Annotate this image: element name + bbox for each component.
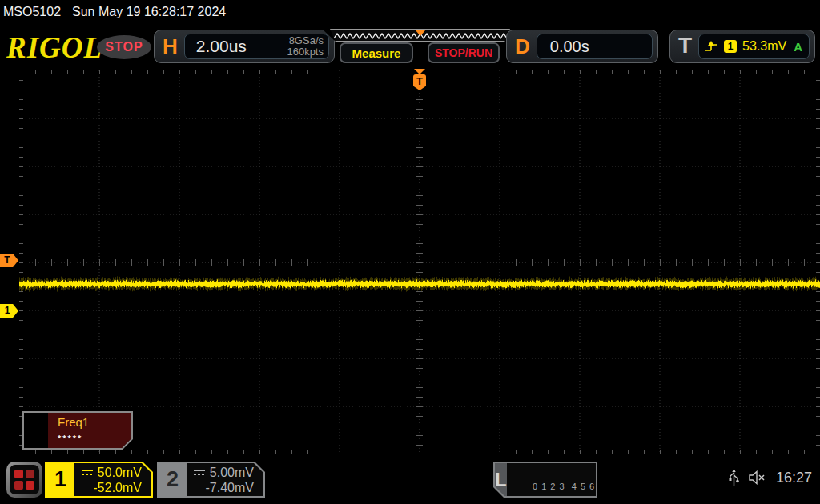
delay-value: 0.00s [550, 38, 589, 56]
rigol-logo: RIGOL [6, 30, 102, 65]
trigger-panel[interactable]: T 1 53.3mV A [669, 30, 815, 63]
model-label: MSO5102 [3, 5, 61, 19]
measurement-content: Freq1 ***** [48, 413, 131, 448]
logic-label: L [495, 463, 507, 496]
horizontal-panel[interactable]: H 2.00us 8GSa/s 160kpts [154, 30, 335, 63]
graticule-screen [19, 70, 820, 454]
channel1-ground-marker[interactable]: 1 [0, 304, 18, 318]
channel1-offset: -52.0mV [79, 480, 142, 495]
channel1-body: 1 50.0mV -52.0mV [46, 463, 151, 496]
logic-channels-panel[interactable]: L 0 1 2 3 4 5 6 7 8 9 10 11 12 13 14 15 [493, 462, 597, 498]
channel1-trace [19, 70, 820, 454]
speaker-muted-icon [749, 470, 766, 485]
channel1-scale: 50.0mV [98, 466, 142, 480]
channel-overview-button[interactable] [6, 462, 42, 498]
trigger-level-value: 53.3mV [742, 39, 788, 54]
grid-square [26, 481, 34, 490]
grid-square [14, 481, 23, 490]
channel2-scale: 5.00mV [210, 466, 254, 480]
delay-panel[interactable]: D 0.00s [506, 30, 658, 63]
dc-coupling-icon [81, 468, 94, 477]
channel1-scale-row: 50.0mV [79, 465, 142, 480]
logic-row1: 0 1 2 3 4 5 6 7 [533, 482, 604, 491]
memory-depth-indicator [330, 29, 510, 42]
channel2-content: 5.00mV -7.40mV [187, 463, 263, 496]
top-status-bar: MSO5102 Sun May 19 16:28:17 2024 [0, 0, 820, 24]
trigger-level-marker[interactable]: T [0, 254, 18, 267]
measurement-value: ***** [58, 434, 131, 443]
measurement-inner: Freq1 ***** [24, 413, 131, 448]
dc-coupling-icon [193, 468, 206, 477]
memory-position-marker [416, 30, 425, 36]
timebase-valuebox: 2.00us 8GSa/s 160kpts [184, 34, 329, 59]
measure-button[interactable]: Measure [340, 42, 413, 63]
trigger-position-marker[interactable]: T [413, 69, 426, 90]
rising-edge-icon [704, 40, 718, 53]
channel2-number: 2 [159, 463, 187, 496]
measurement-result-box[interactable]: Freq1 ***** [22, 411, 133, 450]
measurement-name: Freq1 [58, 415, 131, 429]
logic-body: L 0 1 2 3 4 5 6 7 8 9 10 11 12 13 14 15 [495, 463, 596, 496]
grid-square [26, 470, 34, 478]
datetime-label: Sun May 19 16:28:17 2024 [72, 5, 226, 19]
channel2-scale-row: 5.00mV [191, 465, 254, 480]
horizontal-label: H [155, 34, 184, 59]
channel1-number: 1 [46, 463, 74, 496]
channel1-content: 50.0mV -52.0mV [74, 463, 151, 496]
channel1-status-panel[interactable]: 1 50.0mV -52.0mV [45, 462, 153, 498]
sample-rate-value: 8GSa/s 160kpts [287, 35, 324, 58]
trigger-source-badge: 1 [724, 40, 737, 53]
grid-square [14, 470, 23, 478]
trigger-valuebox: 1 53.3mV A [698, 34, 810, 59]
trigger-label: T [670, 33, 698, 60]
delay-label: D [507, 34, 537, 59]
usb-icon [729, 469, 739, 486]
acquisition-status-badge: STOP [97, 35, 151, 59]
sample-rate: 8GSa/s [289, 34, 324, 46]
clock-label: 16:27 [776, 470, 812, 486]
channel2-status-panel[interactable]: 2 5.00mV -7.40mV [157, 462, 265, 498]
delay-valuebox: 0.00s [537, 34, 653, 59]
system-status-area: 16:27 [729, 469, 812, 486]
trigger-mode-badge: A [794, 40, 804, 54]
stop-run-button[interactable]: STOP/RUN [428, 42, 500, 63]
memory-depth: 160kpts [287, 46, 324, 58]
trigger-position-arrow-icon [414, 69, 425, 74]
grid-squares-icon [10, 465, 39, 494]
trigger-position-badge: T [413, 74, 426, 90]
timebase-value: 2.00us [196, 37, 247, 56]
logic-channel-numbers: 0 1 2 3 4 5 6 7 8 9 10 11 12 13 14 15 [507, 463, 635, 496]
channel2-body: 2 5.00mV -7.40mV [159, 463, 263, 496]
channel2-offset: -7.40mV [191, 480, 254, 495]
